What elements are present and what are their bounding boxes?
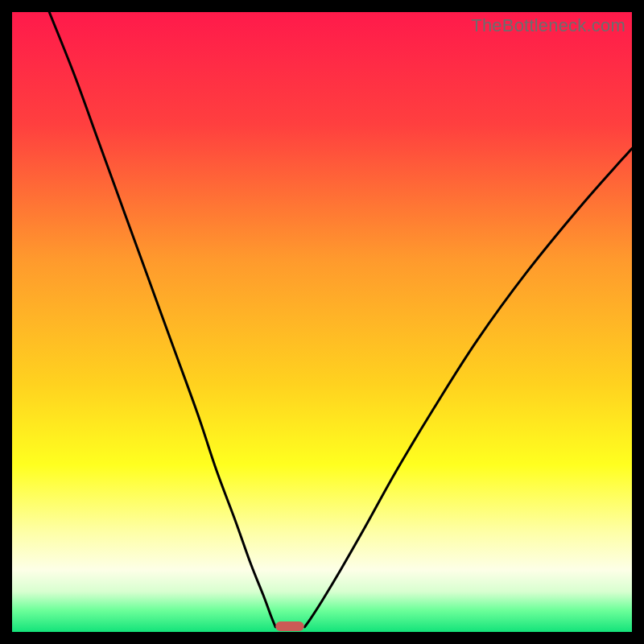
marker-group	[275, 621, 303, 631]
min-marker	[275, 621, 303, 631]
watermark-text: TheBottleneck.com	[471, 15, 625, 36]
chart-svg	[12, 12, 632, 632]
gradient-background	[12, 12, 632, 632]
chart-frame: TheBottleneck.com	[12, 12, 632, 632]
